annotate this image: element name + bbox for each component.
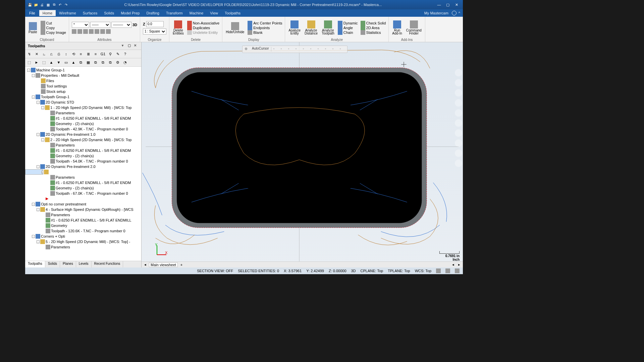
copy-image-button[interactable]: Copy Image bbox=[40, 30, 67, 35]
status-cplane[interactable]: CPLANE: Top bbox=[361, 269, 383, 273]
panel-tool-a3[interactable]: ⎌ bbox=[48, 51, 55, 57]
panel-tool-a1[interactable]: ✕ bbox=[33, 51, 40, 57]
qat-open-icon[interactable]: 📁 bbox=[33, 2, 39, 7]
panel-tool-b4[interactable]: ▼ bbox=[55, 59, 62, 66]
status-icon-3[interactable] bbox=[455, 268, 460, 273]
viewsheet-nav-right[interactable]: ▸ bbox=[457, 262, 462, 267]
maximize-icon[interactable]: ▢ bbox=[444, 2, 451, 8]
gnomon-opt-1[interactable] bbox=[455, 79, 462, 86]
tree-node-21[interactable]: #1 - 0.6250 FLAT ENDMILL - 5/8 FLAT ENDM bbox=[25, 180, 141, 185]
file-tab[interactable]: File bbox=[25, 10, 39, 16]
ribbon-tab-drafting[interactable]: Drafting bbox=[143, 10, 163, 16]
level-select[interactable]: 1 : Square bbox=[143, 28, 166, 35]
panel-tab-solids[interactable]: Solids bbox=[45, 261, 60, 267]
ac-opt-7[interactable]: ◦ bbox=[318, 47, 323, 52]
panel-tool-b5[interactable]: ▭ bbox=[63, 59, 69, 66]
3d-toggle[interactable]: 3D bbox=[132, 23, 137, 27]
status-wcs[interactable]: WCS: Top bbox=[415, 269, 431, 273]
panel-tool-b8[interactable]: ▦ bbox=[85, 59, 92, 66]
tree-node-25[interactable]: -Opti no corner pretreatment bbox=[25, 201, 141, 207]
gnomon-opt-3[interactable] bbox=[455, 99, 462, 107]
tree-node-7[interactable]: -1 - 2D High Speed (2D Dynamic Mill) - [… bbox=[25, 105, 141, 110]
qat-doc-icon[interactable]: ▦ bbox=[45, 2, 51, 7]
statistics-button[interactable]: Statistics bbox=[360, 30, 387, 35]
dynamic-button[interactable]: Dynamic bbox=[337, 21, 359, 25]
tree-node-26[interactable]: -4 - Surface High Speed (Dynamic OptiRou… bbox=[25, 207, 141, 212]
tree-node-16[interactable]: Geometry - (2) chain(s) bbox=[25, 153, 141, 159]
tree-node-4[interactable]: Stock setup bbox=[25, 89, 141, 94]
viewsheet-nav-prev[interactable]: ◂ bbox=[143, 262, 148, 267]
delete-entities-button[interactable]: Delete Entities bbox=[171, 20, 185, 36]
tree-expander[interactable]: - bbox=[42, 171, 43, 174]
gnomon-opt-8[interactable] bbox=[455, 149, 462, 157]
close-icon[interactable]: ✕ bbox=[453, 2, 460, 8]
panel-tool-a13[interactable]: ? bbox=[122, 51, 128, 57]
tree-expander[interactable]: - bbox=[37, 208, 40, 211]
tree-node-22[interactable]: Geometry - (2) chain(s) bbox=[25, 185, 141, 191]
attr-icon-5[interactable] bbox=[95, 29, 99, 34]
panel-tool-a5[interactable]: ↕ bbox=[63, 51, 69, 57]
ribbon-tab-home[interactable]: Home bbox=[39, 10, 56, 16]
status-tplane[interactable]: TPLANE: Top bbox=[388, 269, 410, 273]
autocursor-icon[interactable]: ⊕ bbox=[245, 47, 250, 52]
tree-node-17[interactable]: Toolpath - 54.0K - T.NC - Program number… bbox=[25, 159, 141, 164]
ac-opt-10[interactable]: ◦ bbox=[340, 47, 345, 52]
tree-expander[interactable]: - bbox=[37, 240, 40, 243]
panel-tool-a0[interactable]: ↯ bbox=[26, 51, 33, 57]
panel-tool-b0[interactable]: ⬚ bbox=[26, 59, 33, 66]
ribbon-tab-wireframe[interactable]: Wireframe bbox=[56, 10, 79, 16]
tree-node-8[interactable]: Parameters bbox=[25, 110, 141, 116]
viewsheet-nav-left[interactable]: ◂ bbox=[451, 262, 455, 267]
gnomon-opt-6[interactable] bbox=[455, 129, 462, 137]
attr-icon-6[interactable] bbox=[100, 29, 105, 34]
tree-node-1[interactable]: -Properties - Mill Default bbox=[25, 73, 141, 78]
tree-expander[interactable]: - bbox=[32, 74, 35, 77]
my-mastercam-link[interactable]: My Mastercam bbox=[424, 11, 452, 15]
tree-node-31[interactable]: -Corners + Opti bbox=[25, 234, 141, 239]
tree-node-30[interactable]: Toolpath - 120.6K - T.NC - Program numbe… bbox=[25, 228, 141, 234]
gnomon-opt-4[interactable] bbox=[455, 109, 462, 117]
point-style-select[interactable]: * bbox=[72, 22, 89, 28]
tree-expander[interactable]: - bbox=[37, 165, 40, 168]
autocursor-toolbar[interactable]: ⊕ AutoCursor ◦◦ ◦◦ ◦◦ ◦◦ ◦◦ bbox=[242, 46, 347, 53]
qat-save-icon[interactable]: 💾 bbox=[27, 2, 33, 7]
tree-node-19[interactable]: -3 - 2D High Speed (2D Dynamic Mill) - [… bbox=[25, 169, 43, 175]
gnomon-opt-7[interactable] bbox=[455, 139, 462, 147]
panel-pin-icon[interactable]: ▢ bbox=[128, 44, 132, 48]
collapse-ribbon-icon[interactable]: ^ bbox=[459, 11, 460, 15]
ac-opt-5[interactable]: ◦ bbox=[303, 47, 308, 52]
tree-node-3[interactable]: Tool settings bbox=[25, 83, 141, 89]
tree-node-18[interactable]: -2D Dynamic Pre-treatment 2.0 bbox=[25, 164, 141, 169]
panel-tool-a8[interactable]: ≣ bbox=[85, 51, 92, 57]
undelete-button[interactable]: Undelete Entity bbox=[186, 30, 220, 35]
attr-icon-4[interactable] bbox=[89, 29, 94, 34]
tree-expander[interactable]: - bbox=[32, 235, 35, 238]
line-width-select[interactable]: ——— bbox=[111, 22, 131, 28]
analyze-distance-button[interactable]: Analyze Distance bbox=[303, 20, 319, 36]
ac-opt-6[interactable]: ◦ bbox=[310, 47, 316, 52]
panel-tool-a11[interactable]: ⚲ bbox=[107, 51, 114, 57]
panel-dropdown-icon[interactable]: ▾ bbox=[122, 44, 126, 48]
cut-button[interactable]: Cut bbox=[40, 21, 67, 25]
panel-tool-a6[interactable]: ⟲ bbox=[70, 51, 77, 57]
panel-tool-a2[interactable]: ⎁ bbox=[41, 51, 47, 57]
panel-tool-a4[interactable]: ⎙ bbox=[55, 51, 62, 57]
tree-node-13[interactable]: -2 - 2D High Speed (2D Dynamic Mill) - [… bbox=[25, 137, 141, 142]
panel-tool-b6[interactable]: ▲ bbox=[70, 59, 77, 66]
ribbon-tab-view[interactable]: View bbox=[207, 10, 221, 16]
tree-expander[interactable]: - bbox=[37, 133, 40, 136]
ac-opt-1[interactable]: ◦ bbox=[273, 47, 279, 52]
attr-icon-7[interactable] bbox=[106, 29, 111, 34]
tree-node-29[interactable]: Geometry bbox=[25, 223, 141, 228]
qat-undo-icon[interactable]: ↶ bbox=[57, 2, 63, 7]
ribbon-tab-model-prep[interactable]: Model Prep bbox=[117, 10, 143, 16]
user-icon[interactable] bbox=[452, 11, 457, 15]
ac-opt-4[interactable]: ◦ bbox=[296, 47, 301, 52]
panel-tool-b10[interactable]: ⧉ bbox=[100, 59, 106, 66]
tree-node-32[interactable]: -5 - 2D High Speed (2D Dynamic Mill) - [… bbox=[25, 239, 141, 244]
ac-opt-9[interactable]: ◦ bbox=[332, 47, 338, 52]
panel-tab-levels[interactable]: Levels bbox=[76, 261, 92, 267]
tree-node-28[interactable]: #1 - 0.6250 FLAT ENDMILL - 5/8 FLAT ENDM… bbox=[25, 218, 141, 223]
qat-copy-icon[interactable]: ⧉ bbox=[51, 2, 57, 7]
gnomon-plus-icon[interactable] bbox=[455, 69, 462, 76]
